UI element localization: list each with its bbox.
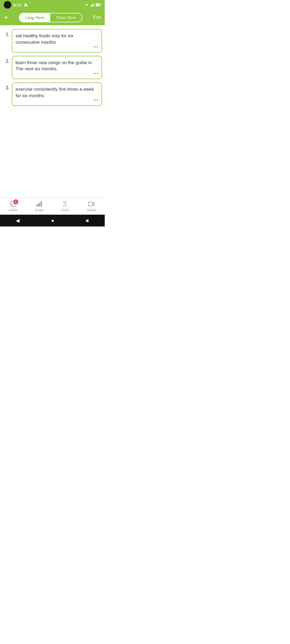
tab-long-term[interactable]: Long-Term bbox=[19, 13, 50, 22]
goals-icon bbox=[61, 200, 68, 207]
svg-marker-0 bbox=[24, 3, 28, 6]
goal-text-2: learn three new songs on the guitar in T… bbox=[16, 60, 92, 72]
goal-card-2[interactable]: learn three new songs on the guitar in T… bbox=[12, 56, 102, 79]
svg-rect-13 bbox=[88, 202, 93, 206]
goal-row-1: 1. eat healthy foods only for six consec… bbox=[3, 29, 102, 53]
status-right bbox=[84, 3, 101, 7]
bottom-nav: 9 Habits Graph Goals bbox=[0, 197, 105, 215]
camera-icon bbox=[4, 1, 11, 9]
goal-number-3: 3. bbox=[3, 82, 10, 91]
nav-habits[interactable]: 9 Habits bbox=[9, 200, 18, 212]
svg-rect-6 bbox=[100, 4, 101, 6]
goal-row-2: 2. learn three new songs on the guitar i… bbox=[3, 56, 102, 79]
graph-icon bbox=[36, 200, 43, 207]
goal-row-3: 3. exercise consistently five times a we… bbox=[3, 82, 102, 106]
status-time: 6:17 bbox=[13, 3, 21, 7]
goal-more-1[interactable]: ••• bbox=[93, 44, 99, 50]
tab-toggle: Long-Term Short-Term bbox=[19, 13, 83, 22]
signal-icon bbox=[90, 3, 94, 7]
battery-icon bbox=[96, 3, 101, 6]
nav-graph[interactable]: Graph bbox=[35, 200, 44, 212]
edit-button[interactable]: Edit bbox=[93, 15, 101, 20]
svg-rect-11 bbox=[41, 202, 42, 207]
goal-more-3[interactable]: ••• bbox=[93, 98, 99, 103]
home-button[interactable]: ● bbox=[51, 218, 54, 224]
status-bar: 6:17 bbox=[0, 0, 105, 10]
videos-icon bbox=[88, 200, 95, 207]
goal-text-1: eat healthy foods only for six consecuti… bbox=[16, 33, 73, 45]
graph-label: Graph bbox=[35, 208, 44, 212]
habits-badge: 9 bbox=[13, 199, 18, 204]
svg-rect-10 bbox=[39, 203, 40, 207]
habits-label: Habits bbox=[9, 208, 18, 212]
wifi-icon bbox=[84, 3, 89, 7]
notification-icon bbox=[24, 3, 28, 7]
goal-list: 1. eat healthy foods only for six consec… bbox=[0, 25, 105, 110]
svg-rect-7 bbox=[96, 4, 99, 6]
nav-videos[interactable]: Videos bbox=[86, 200, 96, 212]
svg-rect-3 bbox=[93, 4, 93, 7]
add-button[interactable]: + bbox=[4, 14, 8, 21]
videos-label: Videos bbox=[86, 208, 96, 212]
svg-rect-9 bbox=[37, 204, 38, 207]
goal-number-1: 1. bbox=[3, 29, 10, 37]
goal-text-3: exercise consistently five times a week … bbox=[16, 87, 94, 98]
goal-more-2[interactable]: ••• bbox=[93, 71, 99, 76]
status-left: 6:17 bbox=[4, 1, 28, 9]
recents-button[interactable]: ■ bbox=[86, 218, 89, 224]
svg-rect-1 bbox=[90, 5, 91, 7]
system-nav-bar: ◀ ● ■ bbox=[0, 215, 105, 226]
header: + Long-Term Short-Term Edit bbox=[0, 10, 105, 25]
svg-point-12 bbox=[64, 201, 66, 204]
nav-goals[interactable]: Goals bbox=[61, 200, 69, 212]
goal-card-3[interactable]: exercise consistently five times a week … bbox=[12, 82, 102, 106]
back-button[interactable]: ◀ bbox=[16, 218, 20, 224]
tab-short-term[interactable]: Short-Term bbox=[50, 13, 82, 22]
svg-rect-4 bbox=[94, 3, 94, 7]
goals-label: Goals bbox=[61, 208, 69, 212]
svg-rect-2 bbox=[92, 5, 92, 7]
habits-icon: 9 bbox=[10, 200, 17, 207]
goal-number-2: 2. bbox=[3, 56, 10, 64]
goal-card-1[interactable]: eat healthy foods only for six consecuti… bbox=[12, 29, 102, 53]
